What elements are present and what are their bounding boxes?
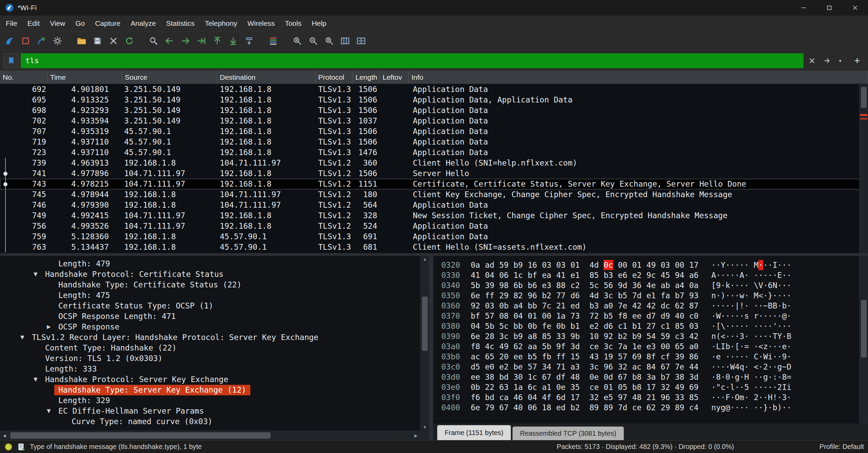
- go-last-button[interactable]: [226, 34, 240, 48]
- menu-item-analyze[interactable]: Analyze: [126, 16, 161, 31]
- menu-item-edit[interactable]: Edit: [22, 16, 45, 31]
- hex-row[interactable]: 04006e7967400618edb289897dce622989c4nyg@…: [441, 402, 858, 413]
- collapse-icon[interactable]: ▼: [47, 406, 58, 416]
- colorize-button[interactable]: [266, 34, 280, 48]
- column-header-protocol[interactable]: Protocol: [315, 71, 353, 84]
- packet-row[interactable]: 7074.93531945.57.90.1192.168.1.8TLSv1.31…: [0, 126, 868, 137]
- packet-row[interactable]: 6924.9018013.251.50.149192.168.1.8TLSv1.…: [0, 84, 868, 95]
- detail-line[interactable]: Length: 475: [0, 290, 420, 301]
- column-header-no[interactable]: No.: [0, 71, 47, 84]
- column-header-leftov[interactable]: Leftov: [380, 71, 409, 84]
- packet-row[interactable]: 7454.978944192.168.1.8104.71.111.97TLSv1…: [0, 189, 868, 200]
- scroll-right-icon[interactable]: ▶: [411, 431, 420, 440]
- packet-row[interactable]: 7595.128360192.168.1.845.57.90.1TLSv1.36…: [0, 231, 868, 242]
- scrollbar-thumb[interactable]: [861, 300, 867, 358]
- minimize-button[interactable]: [791, 0, 816, 16]
- hex-row[interactable]: 03405b39986bb6e388c25c569d364eaba40a[9·k…: [441, 280, 858, 290]
- detail-line[interactable]: Content Type: Handshake (22): [0, 343, 420, 353]
- filter-add-button[interactable]: +: [850, 53, 865, 68]
- go-back-button[interactable]: [162, 34, 176, 48]
- hex-row[interactable]: 036092030ba4bb7c21edb3a07e4242dc6287····…: [441, 301, 858, 311]
- zoom-normal-button[interactable]: [322, 34, 336, 48]
- details-horizontal-scrollbar[interactable]: ◀ ▶: [0, 431, 420, 440]
- details-bytes-splitter[interactable]: [429, 256, 433, 440]
- hex-row[interactable]: 03f0f6bdca46044f6d1732e5974821963385···F…: [441, 392, 858, 402]
- zoom-in-button[interactable]: [290, 34, 304, 48]
- packet-row[interactable]: 7394.963913192.168.1.8104.71.111.97TLSv1…: [0, 158, 868, 168]
- packet-row[interactable]: 7635.134437192.168.1.845.57.90.1TLSv1.36…: [0, 242, 868, 252]
- hex-row[interactable]: 03a0f84c4962aa5b9f3dce3c7a1ee30065a0·LIb…: [441, 341, 858, 352]
- detail-line[interactable]: Length: 479: [0, 259, 420, 269]
- scrollbar-thumb[interactable]: [10, 432, 271, 439]
- detail-line[interactable]: ▶OCSP Response: [0, 322, 420, 332]
- filter-clear-button[interactable]: [805, 53, 819, 68]
- collapse-icon[interactable]: ▼: [34, 269, 45, 280]
- column-header-length[interactable]: Length: [353, 71, 380, 84]
- detail-line[interactable]: ▼Handshake Protocol: Certificate Status: [0, 269, 420, 280]
- auto-scroll-button[interactable]: [242, 34, 256, 48]
- hex-row[interactable]: 0370bf57080401001a7372b5f8eed7d940c0·W··…: [441, 311, 858, 321]
- reset-columns-button[interactable]: [354, 34, 368, 48]
- hex-row[interactable]: 03d0ee38bd301c67df480e0d67b83ab7383d·8·0…: [441, 372, 858, 382]
- detail-line[interactable]: Certificate Status Type: OCSP (1): [0, 301, 420, 311]
- restart-capture-button[interactable]: [35, 34, 48, 48]
- packet-row[interactable]: 7564.993526104.71.111.97192.168.1.8TLSv1…: [0, 221, 868, 231]
- reload-file-button[interactable]: [122, 34, 136, 48]
- column-header-time[interactable]: Time: [47, 71, 122, 84]
- column-header-source[interactable]: Source: [122, 71, 217, 84]
- filter-bookmark-button[interactable]: [3, 53, 19, 68]
- maximize-button[interactable]: [816, 0, 842, 16]
- open-file-button[interactable]: [75, 34, 88, 48]
- detail-line[interactable]: ▼EC Diffie-Hellman Server Params: [0, 406, 420, 416]
- menu-item-statistics[interactable]: Statistics: [161, 16, 200, 31]
- bytes-scrollbar[interactable]: [859, 256, 868, 424]
- detail-line[interactable]: OCSP Response Length: 471: [0, 311, 420, 322]
- go-to-packet-button[interactable]: [194, 34, 208, 48]
- filter-apply-button[interactable]: [821, 53, 834, 68]
- packet-row[interactable]: 7494.992415104.71.111.97192.168.1.8TLSv1…: [0, 210, 868, 221]
- collapse-icon[interactable]: ▼: [34, 374, 45, 385]
- column-header-destination[interactable]: Destination: [217, 71, 315, 84]
- menu-item-help[interactable]: Help: [307, 16, 331, 31]
- detail-line[interactable]: Handshake Type: Server Key Exchange (12): [0, 385, 420, 395]
- column-header-info[interactable]: Info: [409, 71, 868, 84]
- packet-row[interactable]: 7024.9335943.251.50.149192.168.1.8TLSv1.…: [0, 116, 868, 126]
- capture-options-button[interactable]: [51, 34, 64, 48]
- scrollbar-thumb[interactable]: [422, 297, 428, 351]
- detail-line[interactable]: Length: 329: [0, 395, 420, 406]
- hex-row[interactable]: 03906e283cb9a885339b1092b2b95459c342n(<·…: [441, 331, 858, 341]
- bytes-tab[interactable]: Frame (1151 bytes): [437, 425, 511, 440]
- expand-icon[interactable]: ▶: [47, 322, 58, 332]
- capture-file-properties-icon[interactable]: [17, 442, 26, 451]
- go-first-button[interactable]: [210, 34, 224, 48]
- hex-row[interactable]: 0380045b5cbb0bfe0bb1e2d6c1b127c18503·[\·…: [441, 321, 858, 331]
- detail-line[interactable]: Length: 333: [0, 364, 420, 374]
- hex-row[interactable]: 03506eff298296b277d64d3cb57de1fab793n·)·…: [441, 290, 858, 301]
- scroll-up-icon[interactable]: ▲: [421, 257, 429, 262]
- scroll-down-icon[interactable]: ▼: [421, 424, 429, 430]
- zoom-out-button[interactable]: [306, 34, 320, 48]
- display-filter-input[interactable]: tls: [21, 53, 804, 68]
- hex-row[interactable]: 03b0ac6520eeb5fbff15431957698fcf3986·e ·…: [441, 352, 858, 362]
- menu-item-go[interactable]: Go: [70, 16, 90, 31]
- packet-row[interactable]: 7414.977896104.71.111.97192.168.1.8TLSv1…: [0, 168, 868, 179]
- find-packet-button[interactable]: [147, 34, 160, 48]
- save-file-button[interactable]: [91, 34, 104, 48]
- packet-row[interactable]: 6954.9133253.251.50.149192.168.1.8TLSv1.…: [0, 95, 868, 105]
- start-capture-button[interactable]: [3, 34, 16, 48]
- menu-item-wireless[interactable]: Wireless: [242, 16, 280, 31]
- packet-row[interactable]: 7464.979390192.168.1.8104.71.111.97TLSv1…: [0, 200, 868, 210]
- collapse-icon[interactable]: ▼: [20, 332, 32, 343]
- hex-row[interactable]: 03e00b22631a6ca10e35ce0105b817324969·"c·…: [441, 382, 858, 392]
- detail-line[interactable]: Handshake Type: Certificate Status (22): [0, 280, 420, 290]
- menu-item-telephony[interactable]: Telephony: [200, 16, 243, 31]
- packet-row[interactable]: 7234.93711045.57.90.1192.168.1.8TLSv1.31…: [0, 147, 868, 158]
- menu-item-capture[interactable]: Capture: [90, 16, 126, 31]
- packet-row[interactable]: 7434.978215104.71.111.97192.168.1.8TLSv1…: [0, 179, 868, 189]
- close-button[interactable]: [842, 0, 868, 16]
- resize-columns-button[interactable]: [338, 34, 352, 48]
- detail-line[interactable]: Version: TLS 1.2 (0x0303): [0, 353, 420, 364]
- menu-item-file[interactable]: File: [1, 16, 22, 31]
- scroll-left-icon[interactable]: ◀: [0, 431, 9, 440]
- hex-row[interactable]: 03c0d5e0e2be573471a33c9632ac84677e44····…: [441, 362, 858, 372]
